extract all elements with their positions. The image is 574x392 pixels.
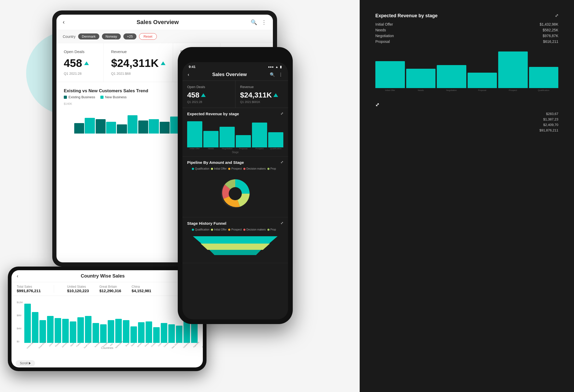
dark-label-4: Prospect [498, 89, 528, 91]
dark-bottom-section: ⤢ $283,67 $1,387,23 $2,409,70 $91,876,21… [375, 102, 558, 132]
y-label-8m: $8M [17, 314, 23, 317]
hphone-x-axis-label: Countries [17, 346, 198, 349]
phone-metrics-row: Open Deals 458 Q1 2021:28 Revenue $24,31… [182, 81, 288, 108]
expand-icon[interactable]: ⤢ [555, 13, 558, 19]
hphone-stat-gb-value: $12,290,316 [99, 289, 121, 293]
open-deals-trend-up [84, 61, 89, 65]
dark-revenue-title: Expected Revenue by stage ⤢ [375, 13, 558, 19]
hphone-label-10: Italy [110, 343, 113, 346]
funnel-dot-0 [192, 229, 194, 231]
phone-title: Sales Overview [212, 72, 247, 77]
scroll-button[interactable]: Scroll [16, 360, 35, 366]
signal-icon: ●●● [268, 65, 274, 69]
legend-existing-dot [64, 96, 67, 99]
funnel-legend-label-4: Prop [271, 228, 276, 231]
hphone-bar-0 [24, 304, 31, 343]
hphone-bar-18 [161, 323, 167, 343]
pie-legend-item-2: Prospect [228, 167, 242, 170]
phone-bar-1 [203, 131, 219, 147]
dark-bottom-title: ⤢ [375, 102, 558, 108]
metric-revenue-sub: Q1 2021:$68 [111, 72, 165, 76]
pie-chart-svg [217, 175, 254, 212]
more-icon[interactable]: ⋮ [261, 19, 267, 25]
phone-metric-deals: Open Deals 458 Q1 2021:28 [182, 81, 236, 108]
hphone-y-axis: $12M $8M $4M $0 [17, 301, 24, 343]
tablet-bar-group-1 [96, 119, 116, 134]
pie-legend-item-4: Prop [267, 167, 276, 170]
funnel-legend-label-2: Prospect [231, 228, 242, 231]
filter-chip-norway[interactable]: Norway [102, 33, 121, 39]
funnel-dot-4 [267, 229, 269, 231]
tablet-bar-new-2 [128, 115, 137, 134]
revenue-value-3: $616,211 [543, 39, 558, 44]
phone-back-button[interactable]: ‹ [188, 72, 189, 77]
tablet-bar-group-2 [117, 115, 137, 134]
tablet-back-button[interactable]: ‹ [63, 19, 65, 26]
phone-stage-axis-label: Stage [187, 151, 283, 154]
phone-status-icons: ●●● ▲ ▮ [268, 65, 282, 69]
legend-new: New Business [100, 95, 127, 99]
phone: 9:41 ●●● ▲ ▮ ‹ Sales Overview 🔍 ⋮ Open D… [178, 47, 293, 324]
revenue-label-3: Proposal [375, 39, 390, 44]
phone-revenue-section-title: Expected Revenue by stage ⤢ [187, 112, 283, 116]
hphone-x-labels: United StatesGreat BritainChinaRussiaGer… [17, 344, 198, 346]
phone-chart-label-4: Prospect [252, 147, 267, 150]
hphone-bar-11 [108, 320, 114, 343]
hphone-stat-total-value: $991,876,211 [17, 289, 41, 293]
hphone-stat-china: China $4,152,981 [132, 285, 151, 293]
pie-dot-2 [228, 168, 230, 170]
legend-existing: Existing Business [64, 95, 95, 99]
dark-label-1: Needs [406, 89, 436, 91]
phone-search-icon[interactable]: 🔍 [270, 72, 275, 77]
bottom-row-0: $283,67 [375, 112, 558, 116]
wifi-icon: ▲ [275, 65, 278, 69]
bottom-row-1: $1,387,23 [375, 117, 558, 121]
phone-chart-label-2: Negotiation [220, 147, 235, 150]
phone-funnel-expand[interactable]: ⤢ [280, 221, 283, 225]
filter-chip-more[interactable]: +25 [123, 33, 136, 39]
hphone-bar-6 [70, 321, 76, 343]
tablet-bar-group-0 [74, 118, 95, 134]
tablet-bar-existing-4 [160, 122, 170, 134]
phone-screen: 9:41 ●●● ▲ ▮ ‹ Sales Overview 🔍 ⋮ Open D… [182, 62, 288, 319]
hphone-bar-17 [153, 327, 160, 343]
hphone-stat-us-value: $10,120,223 [67, 289, 89, 293]
phone-metric-deals-value: 458 [187, 91, 231, 99]
funnel-dot-2 [228, 229, 230, 231]
phone-more-icon[interactable]: ⋮ [279, 72, 283, 77]
tablet-bar-existing-0 [74, 123, 84, 134]
pie-legend-item-1: Initial Offer [211, 167, 227, 170]
revenue-label-0: Initial Offer [375, 22, 393, 26]
tablet-bar-group-3 [138, 119, 159, 134]
pie-container [187, 173, 283, 215]
phone-chart-label-3: Proposal [236, 147, 251, 150]
hphone-label-22: Colombia [202, 341, 203, 348]
filter-chip-denmark[interactable]: Denmark [78, 33, 99, 39]
phone-metric-deals-label: Open Deals [187, 85, 231, 89]
tablet-title: Sales Overview [65, 19, 251, 26]
dark-label-0: Initial Offer [375, 89, 405, 91]
pie-dot-4 [267, 168, 269, 170]
hphone: ‹ Country Wise Sales ⊟ ⋮ Total Sales $99… [8, 267, 206, 371]
pie-legend-label-1: Initial Offer [214, 167, 227, 170]
y-label-12m: $12M [17, 301, 23, 304]
revenue-label-1: Needs [375, 28, 386, 32]
funnel-legend-item-1: Initial Offer [211, 228, 227, 231]
phone-revenue-expand[interactable]: ⤢ [280, 112, 283, 116]
hphone-stat-us: United States $10,120,223 [67, 285, 89, 293]
hphone-stat-china-value: $4,152,981 [132, 289, 151, 293]
phone-deals-trend [201, 93, 206, 97]
funnel-layer-3 [209, 250, 261, 255]
legend-new-dot [100, 96, 104, 99]
revenue-label-2: Negotiation [375, 34, 394, 38]
revenue-row-2: Negotiation $976,87K [375, 34, 558, 38]
phone-content: Open Deals 458 Q1 2021:28 Revenue $24,31… [182, 81, 288, 319]
filter-reset-button[interactable]: Reset [139, 33, 157, 40]
search-icon[interactable]: 🔍 [251, 19, 257, 25]
dark-bar-2 [437, 65, 466, 88]
phone-pipeline-expand[interactable]: ⤢ [280, 160, 283, 164]
hphone-stat-total: Total Sales $991,876,211 [17, 285, 41, 293]
hphone-chart-area: $12M $8M $4M $0 United StatesGreat Brita… [12, 296, 203, 367]
funnel-legend: QualificationInitial OfferProspectDecisi… [187, 228, 283, 234]
funnel-legend-label-0: Qualification [195, 228, 209, 231]
